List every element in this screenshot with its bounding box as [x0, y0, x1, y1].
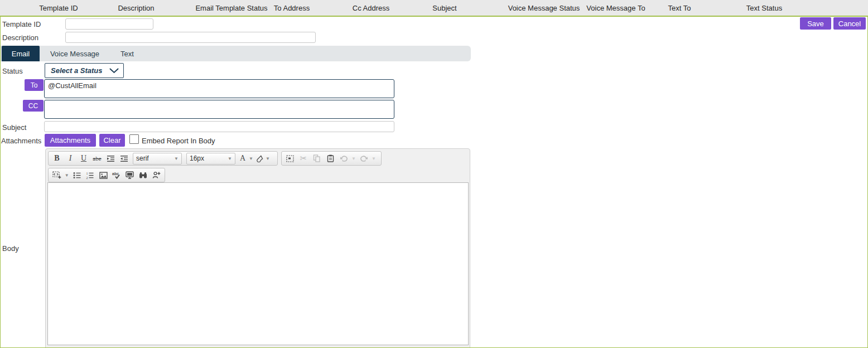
tab-text[interactable]: Text	[110, 46, 144, 61]
attachments-button[interactable]: Attachments	[45, 134, 96, 147]
template-id-input[interactable]	[65, 18, 153, 30]
chevron-down-icon: ▼	[228, 156, 232, 161]
font-color-icon[interactable]: A	[238, 152, 248, 165]
spell-check-icon[interactable]: abc	[110, 169, 123, 181]
embed-report-checkbox[interactable]	[129, 134, 139, 144]
editor-clipboard-toolbar-group: ✂ ▼ ▼	[281, 151, 382, 166]
redo-caret-icon[interactable]: ▼	[370, 156, 377, 161]
cc-address-textarea[interactable]	[44, 100, 394, 119]
column-header-cc-address[interactable]: Cc Address	[353, 4, 389, 12]
grid-column-header-row: Template ID Description Email Template S…	[0, 0, 868, 16]
email-template-form-page: Template ID Description Email Template S…	[0, 0, 868, 348]
redo-icon[interactable]	[357, 152, 370, 165]
cc-button[interactable]: CC	[23, 100, 44, 112]
column-header-to-address[interactable]: To Address	[274, 4, 310, 12]
font-size-value: 16px	[190, 154, 204, 162]
column-header-subject[interactable]: Subject	[432, 4, 456, 12]
select-all-icon[interactable]	[283, 152, 297, 165]
italic-icon[interactable]: I	[64, 152, 77, 165]
chevron-down-icon	[109, 68, 119, 74]
channel-tabstrip: Email Voice Message Text	[1, 46, 471, 61]
editor-format-toolbar-group: B I U abe serif ▼ 16px ▼ A ▼ ▼	[48, 151, 278, 166]
svg-text:abc: abc	[112, 172, 119, 176]
copy-icon[interactable]	[310, 152, 324, 165]
underline-icon[interactable]: U	[77, 152, 90, 165]
status-dropdown[interactable]: Select a Status	[45, 63, 124, 78]
clear-attachments-button[interactable]: Clear	[99, 134, 125, 147]
column-header-voice-message-status[interactable]: Voice Message Status	[508, 4, 580, 12]
column-header-description[interactable]: Description	[118, 4, 154, 12]
preview-icon[interactable]	[123, 169, 137, 181]
to-address-textarea[interactable]: @CustAllEmail	[44, 79, 394, 98]
save-button[interactable]: Save	[800, 17, 831, 30]
bold-icon[interactable]: B	[50, 152, 64, 165]
editor-body-content-area[interactable]	[47, 182, 469, 345]
description-input[interactable]	[65, 32, 316, 43]
body-rich-text-editor: B I U abe serif ▼ 16px ▼ A ▼ ▼	[45, 148, 470, 348]
insert-link-icon[interactable]	[150, 169, 163, 181]
svg-text:2: 2	[86, 176, 88, 178]
undo-icon[interactable]	[337, 152, 350, 165]
column-header-email-template-status[interactable]: Email Template Status	[195, 4, 267, 12]
editor-insert-toolbar-group: ▼ 12 abc	[48, 168, 165, 182]
subject-input[interactable]	[44, 121, 394, 132]
bullet-list-icon[interactable]	[70, 169, 84, 181]
font-name-select[interactable]: serif ▼	[133, 153, 182, 165]
body-label: Body	[2, 244, 19, 253]
subject-label: Subject	[2, 123, 26, 132]
highlight-color-icon[interactable]	[254, 152, 264, 165]
insert-field-caret-icon[interactable]: ▼	[64, 173, 70, 178]
column-header-text-status[interactable]: Text Status	[746, 4, 782, 12]
svg-text:1: 1	[86, 172, 88, 175]
outdent-icon[interactable]	[104, 152, 117, 165]
insert-field-icon[interactable]	[50, 169, 64, 181]
chevron-down-icon: ▼	[174, 156, 179, 161]
highlight-color-caret-icon[interactable]: ▼	[264, 156, 271, 161]
tab-email[interactable]: Email	[2, 46, 40, 61]
undo-caret-icon[interactable]: ▼	[350, 156, 357, 161]
font-name-value: serif	[136, 154, 149, 162]
status-selected-value: Select a Status	[51, 66, 103, 75]
find-replace-icon[interactable]	[136, 169, 150, 181]
numbered-list-icon[interactable]: 12	[83, 169, 97, 181]
template-id-label: Template ID	[2, 20, 41, 28]
cancel-button[interactable]: Cancel	[833, 17, 866, 30]
column-header-voice-message-to[interactable]: Voice Message To	[586, 4, 645, 12]
font-color-caret-icon[interactable]: ▼	[248, 156, 254, 161]
font-size-select[interactable]: 16px ▼	[186, 153, 235, 165]
status-label: Status	[2, 67, 23, 75]
tab-voice-message[interactable]: Voice Message	[40, 46, 110, 61]
insert-image-icon[interactable]	[97, 169, 110, 181]
column-header-text-to[interactable]: Text To	[668, 4, 691, 12]
to-button[interactable]: To	[25, 79, 44, 91]
indent-icon[interactable]	[117, 152, 131, 165]
column-header-template-id[interactable]: Template ID	[39, 4, 78, 12]
description-label: Description	[2, 33, 38, 42]
embed-report-label: Embed Report In Body	[142, 137, 215, 145]
attachments-label: Attachments	[1, 137, 41, 145]
strikethrough-icon[interactable]: abe	[90, 152, 104, 165]
cut-icon[interactable]: ✂	[297, 152, 310, 165]
paste-icon[interactable]	[324, 152, 337, 165]
